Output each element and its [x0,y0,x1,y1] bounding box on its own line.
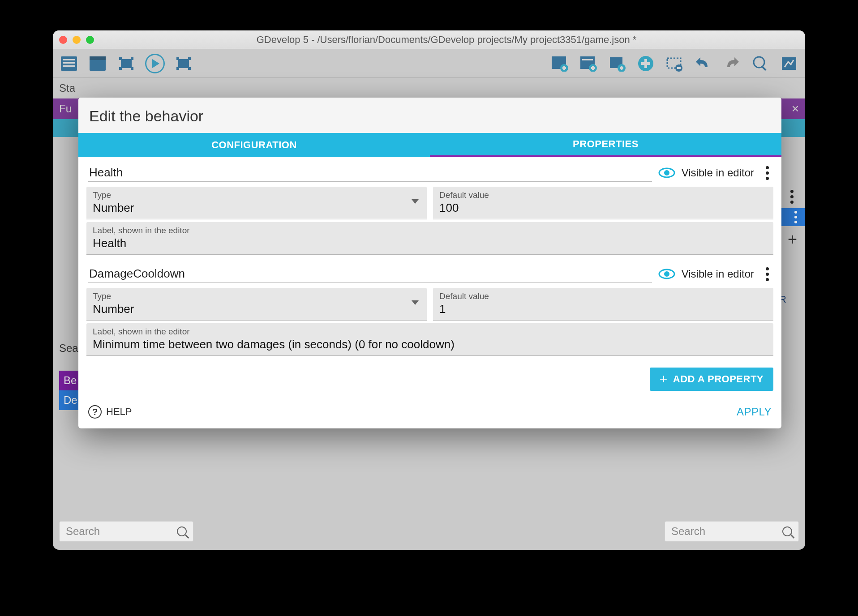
main-toolbar [53,49,805,78]
toolbar-button[interactable] [606,53,628,74]
toolbar-button[interactable] [173,53,194,74]
svg-rect-28 [621,66,622,70]
svg-rect-6 [121,59,132,68]
property-name-input[interactable] [88,164,652,182]
svg-rect-15 [188,67,191,70]
svg-rect-5 [90,56,106,60]
svg-rect-31 [641,62,650,65]
search-icon [177,526,187,536]
svg-point-35 [754,57,764,68]
svg-rect-9 [119,67,122,70]
help-icon: ? [88,405,102,419]
default-value-input[interactable]: Default value 1 [433,288,773,321]
undo-button[interactable] [692,53,714,74]
add-property-button[interactable]: + ADD A PROPERTY [650,368,773,391]
edit-behavior-dialog: Edit the behavior CONFIGURATION PROPERTI… [78,98,781,428]
apply-button[interactable]: APPLY [737,406,772,418]
toolbar-button[interactable] [87,53,108,74]
svg-rect-1 [63,59,75,60]
svg-rect-2 [63,62,75,64]
svg-rect-12 [176,57,179,60]
close-icon[interactable]: × [792,102,799,116]
label-input[interactable]: Label, shown in the editor Health [86,222,773,255]
tab-configuration[interactable]: CONFIGURATION [78,133,430,157]
window-title: GDevelop 5 - /Users/florian/Documents/GD… [94,34,799,46]
visible-label: Visible in editor [682,268,754,280]
add-row[interactable]: + [778,226,805,253]
visible-label: Visible in editor [682,167,754,179]
window-controls [59,36,94,44]
search-input-right[interactable]: Search [665,521,799,542]
dialog-title: Edit the behavior [78,98,781,133]
property-name-input[interactable] [88,265,652,283]
visibility-toggle[interactable] [658,167,675,178]
toolbar-button[interactable] [664,53,685,74]
dialog-tabs: CONFIGURATION PROPERTIES [78,133,781,157]
property-block: Visible in editor Type Number Default va… [86,162,773,255]
chevron-down-icon [412,300,419,305]
toolbar-button[interactable] [578,53,599,74]
search-placeholder: Search [671,525,705,538]
svg-rect-8 [131,57,133,60]
search-icon [782,526,792,536]
play-button[interactable] [144,53,166,74]
plus-icon: + [660,372,668,386]
close-window-button[interactable] [59,36,67,44]
redo-button[interactable] [721,53,742,74]
search-placeholder: Search [66,525,100,538]
tab-properties[interactable]: PROPERTIES [430,133,781,157]
svg-rect-10 [131,67,133,70]
default-value-input[interactable]: Default value 100 [433,187,773,219]
search-button[interactable] [750,53,771,74]
settings-button[interactable] [778,53,800,74]
help-button[interactable]: ? HELP [88,405,132,419]
svg-rect-34 [677,67,681,69]
label-input[interactable]: Label, shown in the editor Minimum time … [86,323,773,356]
svg-point-41 [664,271,669,277]
add-button[interactable] [635,53,656,74]
svg-rect-36 [761,66,766,71]
visibility-toggle[interactable] [658,269,675,279]
type-select[interactable]: Type Number [86,288,427,321]
toolbar-button[interactable] [116,53,137,74]
dialog-footer: ? HELP APPLY [78,397,781,428]
svg-rect-3 [63,65,75,67]
row-blue[interactable] [778,208,805,226]
minimize-window-button[interactable] [73,36,81,44]
search-input-left[interactable]: Search [59,521,193,542]
property-block: Visible in editor Type Number Default va… [86,263,773,356]
svg-rect-13 [188,57,191,60]
svg-rect-7 [119,57,122,60]
svg-rect-21 [582,59,593,60]
svg-rect-19 [563,66,565,70]
property-menu[interactable] [763,166,772,180]
toolbar-button[interactable] [58,53,80,74]
properties-panel: Visible in editor Type Number Default va… [78,157,781,397]
maximize-window-button[interactable] [86,36,94,44]
toolbar-button[interactable] [549,53,571,74]
chevron-down-icon [412,199,419,204]
svg-point-39 [664,170,669,175]
subheader: Sta [53,78,805,98]
titlebar: GDevelop 5 - /Users/florian/Documents/GD… [53,30,805,49]
svg-rect-14 [176,67,179,70]
svg-rect-24 [592,66,594,70]
type-select[interactable]: Type Number [86,187,427,219]
svg-rect-11 [178,59,189,68]
property-menu[interactable] [763,267,772,281]
row-menu[interactable] [778,185,805,208]
purple-header-label: Fu [59,103,72,115]
